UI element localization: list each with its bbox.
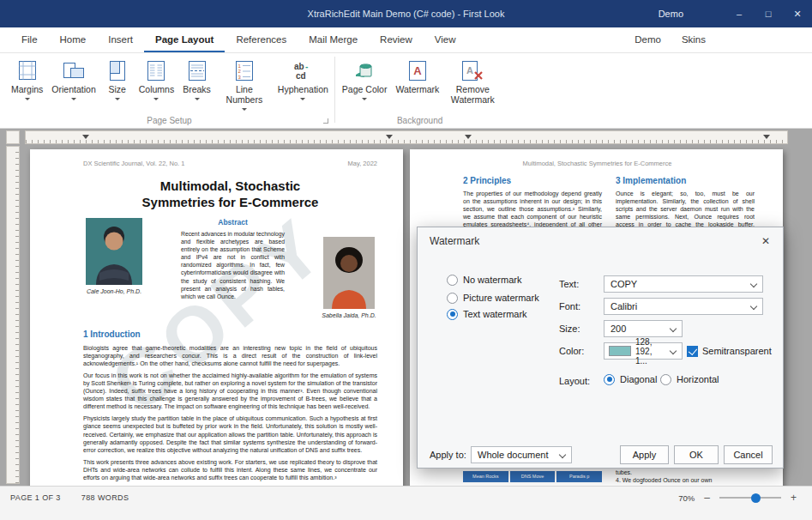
tab-file[interactable]: File — [10, 27, 49, 52]
button-label: Page Color — [342, 85, 388, 95]
indent-marker[interactable] — [82, 135, 89, 139]
breaks-button[interactable]: Breaks — [178, 57, 215, 103]
tab-insert[interactable]: Insert — [97, 27, 144, 52]
line-numbers-button[interactable]: 123 Line Numbers — [215, 57, 274, 113]
indent-marker[interactable] — [386, 135, 393, 139]
status-bar: PAGE 1 OF 3 788 WORDS 70% – + — [0, 486, 812, 520]
svg-text:A: A — [466, 65, 473, 76]
horizontal-ruler[interactable] — [26, 131, 787, 143]
tab-references[interactable]: References — [225, 27, 298, 52]
fragment-text: tubes. 4. We dogfooded Ounce on our own — [616, 469, 755, 485]
line-numbers-icon: 123 — [234, 59, 255, 82]
vertical-ruler[interactable] — [7, 147, 19, 483]
chevron-down-icon — [25, 98, 30, 100]
indent-marker[interactable] — [465, 135, 472, 139]
margins-button[interactable]: Margins — [7, 57, 47, 103]
minimize-icon[interactable]: – — [725, 0, 754, 27]
paragraph: Physicists largely study the partition t… — [83, 414, 377, 453]
svg-text:cd: cd — [296, 71, 306, 81]
radio-horizontal[interactable]: Horizontal — [660, 373, 719, 385]
tab-home[interactable]: Home — [49, 27, 98, 52]
menu-demo[interactable]: Demo — [624, 27, 671, 52]
tab-page-layout[interactable]: Page Layout — [144, 27, 225, 52]
dialog-title: Watermark — [430, 235, 479, 247]
zoom-level: 70% — [678, 493, 695, 503]
chevron-down-icon — [242, 108, 247, 111]
radio-diagonal[interactable]: Diagonal — [604, 373, 657, 385]
font-combo[interactable]: Calibri — [604, 298, 763, 315]
radio-icon — [447, 293, 458, 304]
word-count[interactable]: 788 WORDS — [81, 493, 129, 502]
ribbon-tabs: File Home Insert Page Layout References … — [0, 27, 467, 52]
apply-button[interactable]: Apply — [620, 445, 669, 464]
zoom-out-button[interactable]: – — [704, 492, 710, 504]
size-field-label: Size: — [559, 323, 580, 334]
remove-watermark-button[interactable]: A Remove Watermark — [443, 57, 502, 108]
indent-marker[interactable] — [763, 135, 770, 139]
section-heading: 2 Principles — [463, 176, 602, 185]
author-figure-left: Cale Joon-Ho, Ph.D. — [83, 218, 145, 319]
ruler-corner — [7, 131, 19, 143]
columns-button[interactable]: Columns — [135, 57, 178, 103]
apply-to-combo[interactable]: Whole document — [471, 446, 572, 463]
close-icon[interactable]: ✕ — [783, 0, 812, 27]
orientation-button[interactable]: Orientation — [47, 57, 99, 103]
radio-selected-icon — [604, 374, 615, 385]
zoom-slider[interactable] — [719, 497, 781, 499]
status-left: PAGE 1 OF 3 788 WORDS — [10, 493, 129, 502]
semitransparent-checkbox[interactable]: Semitransparent — [687, 345, 772, 357]
tab-view[interactable]: View — [424, 27, 467, 52]
text-combo[interactable]: COPY — [604, 275, 763, 293]
font-combo-value: Calibri — [611, 301, 637, 311]
section-heading: 3 Implementation — [616, 176, 755, 185]
page-color-button[interactable]: Page Color — [338, 57, 392, 103]
size-button[interactable]: Size — [100, 57, 135, 103]
hyphenation-button[interactable]: ab-cd Hyphenation — [274, 57, 332, 103]
color-combo[interactable]: 128, 192, 1... — [604, 342, 683, 360]
zoom-in-button[interactable]: + — [791, 492, 797, 504]
table-cell: Paradis p — [556, 471, 602, 482]
page-indicator[interactable]: PAGE 1 OF 3 — [10, 493, 61, 502]
page-header: Multimodal, Stochastic Symmetries for E-… — [410, 149, 783, 167]
dialog-launcher-icon[interactable] — [323, 118, 328, 124]
author-photo-left — [86, 218, 142, 285]
ribbon-group-page-setup: Margins Orientation Size — [7, 53, 332, 128]
menu-skins[interactable]: Skins — [671, 27, 716, 52]
radio-label: No watermark — [463, 275, 521, 285]
zoom-slider-thumb[interactable] — [751, 493, 761, 503]
radio-text-watermark[interactable]: Text watermark — [447, 308, 527, 320]
tab-mail-merge[interactable]: Mail Merge — [298, 27, 369, 52]
author-photo-right — [323, 237, 375, 309]
author-figure-right: Sabella Jaida, Ph.D. — [321, 237, 377, 319]
page-1-content: DX Scientific Journal, Vol. 22, No. 1 Ma… — [30, 149, 403, 486]
color-field-label: Color: — [559, 346, 584, 356]
ok-button[interactable]: OK — [674, 445, 719, 464]
color-swatch — [609, 346, 631, 356]
abstract-heading: Abstract — [181, 218, 285, 227]
radio-icon — [447, 275, 458, 286]
abstract-block: Cale Joon-Ho, Ph.D. Abstract Recent adva… — [83, 218, 377, 319]
button-label: Margins — [11, 85, 43, 95]
button-label: Remove Watermark — [448, 85, 497, 106]
radio-label: Picture watermark — [463, 293, 539, 303]
text-field-label: Text: — [559, 279, 579, 289]
radio-label: Diagonal — [620, 374, 657, 384]
chevron-down-icon — [750, 281, 757, 287]
dialog-close-icon[interactable]: ✕ — [757, 233, 774, 250]
maximize-icon[interactable]: □ — [754, 0, 783, 27]
titlebar-demo-label[interactable]: Demo — [659, 9, 683, 19]
page-header: DX Scientific Journal, Vol. 22, No. 1 Ma… — [83, 160, 377, 167]
chevron-down-icon — [670, 348, 677, 354]
watermark-button[interactable]: A Watermark — [391, 57, 443, 98]
breaks-icon — [187, 59, 208, 82]
cancel-button[interactable]: Cancel — [724, 445, 773, 464]
paragraph: This work presents three advances above … — [83, 458, 377, 481]
document-page-1[interactable]: COPY DX Scientific Journal, Vol. 22, No.… — [30, 149, 403, 486]
radio-picture-watermark[interactable]: Picture watermark — [447, 292, 539, 304]
size-combo[interactable]: 200 — [604, 320, 683, 337]
radio-no-watermark[interactable]: No watermark — [447, 274, 521, 286]
group-caption-background: Background — [338, 112, 502, 128]
tab-review[interactable]: Review — [369, 27, 424, 52]
button-label: Size — [109, 85, 126, 95]
button-label: Watermark — [395, 85, 439, 95]
